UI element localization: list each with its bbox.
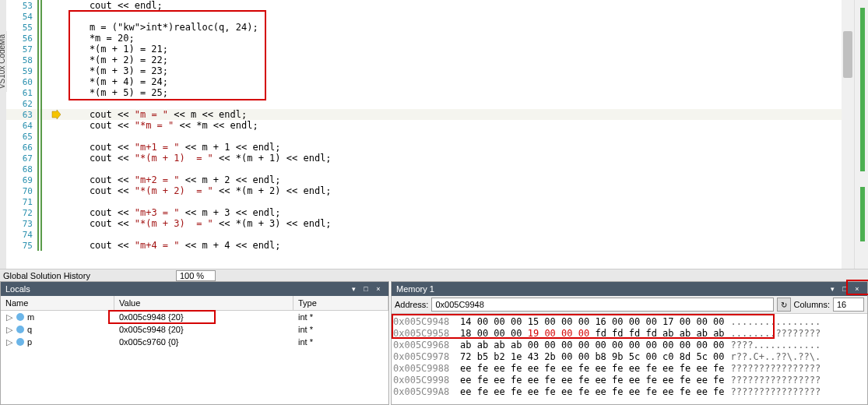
locals-row[interactable]: ▷q0x005c9948 {20}int * [1,323,388,336]
code-line[interactable]: 56 *m = 20; [6,33,868,44]
variable-icon [16,313,24,321]
locals-title-bar[interactable]: Locals ▾ □ × [1,282,388,296]
memory-row[interactable]: 0x005C99A8 ee fe ee fe ee fe ee fe ee fe… [393,386,866,397]
dropdown-icon[interactable]: ▾ [827,284,838,294]
memory-title: Memory 1 [396,284,434,294]
variable-icon [16,326,24,333]
close-icon[interactable]: × [852,284,863,294]
locals-title: Locals [5,284,30,294]
locals-rows: ▷m0x005c9948 {20}int *▷q0x005c9948 {20}i… [1,311,388,404]
locals-row[interactable]: ▷m0x005c9948 {20}int * [1,311,388,323]
close-icon[interactable]: × [373,284,384,294]
editor-overview-ruler [854,0,868,269]
code-line[interactable]: 67 cout << "*(m + 1) = " << *(m + 1) << … [6,153,868,164]
code-lines: 53 cout << endl;5455 m = ("kw">int*)real… [6,0,868,251]
memory-row[interactable]: 0x005C9948 14 00 00 00 15 00 00 00 16 00… [393,315,866,327]
code-line[interactable]: 62 [6,98,868,109]
code-line[interactable]: 54 [6,11,868,22]
expand-icon[interactable]: ▷ [5,312,13,322]
zoom-dropdown[interactable]: 100 % [176,270,216,281]
svg-marker-0 [52,110,61,119]
col-name[interactable]: Name [1,296,114,310]
code-line[interactable]: 53 cout << endl; [6,0,868,11]
code-line[interactable]: 65 [6,131,868,142]
editor-scrollbar[interactable] [842,0,854,269]
code-line[interactable]: 66 cout << "m+1 = " << m + 1 << endl; [6,142,868,153]
code-line[interactable]: 68 [6,164,868,174]
maximize-icon[interactable]: □ [839,284,850,294]
code-line[interactable]: 61 *(m + 5) = 25; [6,87,868,98]
locals-columns: Name Value Type [1,296,388,311]
maximize-icon[interactable]: □ [360,284,371,294]
code-line[interactable]: 72 cout << "m+3 = " << m + 3 << endl; [6,207,868,218]
dropdown-icon[interactable]: ▾ [348,284,359,294]
memory-row[interactable]: 0x005C9968 ab ab ab ab 00 00 00 00 00 00… [393,339,866,350]
code-line[interactable]: 63 cout << "m = " << m << endl; [6,109,868,120]
code-line[interactable]: 70 cout << "*(m + 2) = " << *(m + 2) << … [6,185,868,196]
address-label: Address: [395,300,428,309]
memory-row[interactable]: 0x005C9958 18 00 00 00 19 00 00 00 fd fd… [393,327,866,339]
address-input[interactable] [431,298,773,312]
expand-icon[interactable]: ▷ [5,325,13,335]
status-text: Global Solution History [3,271,90,280]
col-type[interactable]: Type [293,296,388,310]
memory-toolbar: Address: ↻ Columns: [392,296,867,314]
memory-row[interactable]: 0x005C9988 ee fe ee fe ee fe ee fe ee fe… [393,362,866,374]
code-line[interactable]: 55 m = ("kw">int*)realloc(q, 24); [6,22,868,33]
memory-row[interactable]: 0x005C9978 72 b5 b2 1e 43 2b 00 00 b8 9b… [393,350,866,362]
columns-input[interactable] [833,298,864,312]
columns-label: Columns: [794,300,830,309]
code-line[interactable]: 71 [6,196,868,207]
current-line-arrow-icon [51,110,61,119]
memory-rows[interactable]: 0x005C9948 14 00 00 00 15 00 00 00 16 00… [392,314,867,404]
memory-title-bar[interactable]: Memory 1 ▾ □ × [392,282,867,296]
col-value[interactable]: Value [114,296,293,310]
code-line[interactable]: 75 cout << "m+4 = " << m + 4 << endl; [6,240,868,251]
locals-row[interactable]: ▷p0x005c9760 {0}int * [1,336,388,348]
code-line[interactable]: 73 cout << "*(m + 3) = " << *(m + 3) << … [6,218,868,229]
code-line[interactable]: 60 *(m + 4) = 24; [6,76,868,87]
code-line[interactable]: 64 cout << "*m = " << *m << endl; [6,120,868,131]
expand-icon[interactable]: ▷ [5,337,13,347]
code-line[interactable]: 59 *(m + 3) = 23; [6,65,868,76]
side-tab[interactable]: VS10x CodeMa [0,31,7,92]
status-bar: Global Solution History 100 % [0,269,868,281]
code-line[interactable]: 58 *(m + 2) = 22; [6,55,868,65]
code-line[interactable]: 69 cout << "m+2 = " << m + 2 << endl; [6,174,868,185]
memory-row[interactable]: 0x005C9998 ee fe ee fe ee fe ee fe ee fe… [393,374,866,386]
memory-panel: Memory 1 ▾ □ × Address: ↻ Columns: 0x005… [391,281,868,405]
code-line[interactable]: 57 *(m + 1) = 21; [6,44,868,55]
code-line[interactable]: 74 [6,229,868,240]
refresh-icon[interactable]: ↻ [777,298,791,312]
variable-icon [16,338,24,346]
code-editor[interactable]: 53 cout << endl;5455 m = ("kw">int*)real… [0,0,868,269]
locals-panel: Locals ▾ □ × Name Value Type ▷m0x005c994… [0,281,389,405]
